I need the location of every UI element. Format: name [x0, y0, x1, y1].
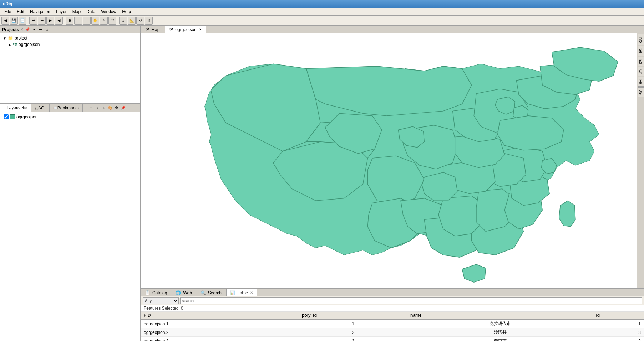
menu-layer[interactable]: Layer — [53, 9, 70, 15]
menu-bar: File Edit Navigation Layer Map Data Wind… — [0, 8, 644, 16]
cell-poly-id: 2 — [299, 328, 407, 337]
table-icon: 📊 — [230, 290, 235, 295]
projects-header-icons: 📌 ▼ — □ — [25, 27, 50, 32]
sidebar-ed-btn[interactable]: Ed — [638, 57, 644, 66]
projects-dropdown-btn[interactable]: ▼ — [31, 27, 37, 32]
layers-tabs-row: ☰ Layers % ✕ ⬚ AOI 📖 Bookmarks ↑ ↓ ⊕ 🎨 — [0, 104, 140, 112]
tab-bookmarks[interactable]: 📖 Bookmarks — [50, 104, 83, 112]
col-header-name[interactable]: name — [407, 312, 593, 319]
map-tab-map[interactable]: 🗺 Map — [141, 26, 164, 33]
project-folder-icon: 📁 — [8, 36, 13, 41]
data-table[interactable]: FID poly_id name id ogrgeojson.1 1 克拉玛依市… — [141, 312, 644, 341]
bottom-tab-table[interactable]: 📊 Table ✕ — [226, 289, 257, 296]
toolbar-info[interactable]: ℹ — [119, 17, 127, 25]
cell-poly-id: 1 — [299, 319, 407, 328]
project-layer-item[interactable]: ▶ 🗺 ogrgeojson — [1, 41, 139, 48]
toolbar-new[interactable]: 📄 — [19, 17, 26, 25]
toolbar-zoom-out[interactable]: - — [83, 17, 91, 25]
project-expand-icon[interactable]: ▼ — [3, 36, 6, 40]
toolbar-back2[interactable]: ◀ — [55, 17, 63, 25]
table-row[interactable]: ogrgeojson.1 1 克拉玛依市 1 — [141, 319, 644, 328]
tab-aoi[interactable]: ⬚ AOI — [31, 104, 50, 112]
bottom-toolbar: Any — [141, 296, 644, 305]
menu-edit[interactable]: Edit — [14, 9, 27, 15]
toolbar-redo[interactable]: ↪ — [38, 17, 46, 25]
cell-name: 克拉玛依市 — [407, 319, 593, 328]
table-header-row: FID poly_id name id — [141, 312, 644, 319]
bottom-tab-catalog-label: Catalog — [152, 290, 167, 295]
tab-layers-close[interactable]: ✕ — [25, 106, 27, 110]
menu-file[interactable]: File — [1, 9, 14, 15]
map-container: 🔍 Zoom 1:297 Generi...ian 2D Info Se Ed … — [141, 33, 644, 341]
projects-maximize-btn[interactable]: □ — [44, 27, 50, 32]
toolbar-zoom-box[interactable]: ⬚ — [108, 17, 116, 25]
table-row[interactable]: ogrgeojson.3 3 奎屯市 2 — [141, 337, 644, 341]
cell-poly-id: 3 — [299, 337, 407, 341]
bottom-tab-table-close[interactable]: ✕ — [250, 291, 253, 295]
col-header-fid[interactable]: FID — [141, 312, 299, 319]
toolbar-forward[interactable]: ▶ — [46, 17, 54, 25]
cell-id: 2 — [593, 337, 644, 341]
toolbar-select[interactable]: ↖ — [100, 17, 108, 25]
sidebar-info-btn[interactable]: Info — [638, 34, 644, 45]
cell-name: 奎屯市 — [407, 337, 593, 341]
tab-aoi-icon: ⬚ — [35, 106, 38, 110]
toolbar-back[interactable]: ◀ — [1, 17, 9, 25]
projects-minimize-btn[interactable]: — — [37, 27, 43, 32]
map-and-sidebar: 🔍 Zoom 1:297 Generi...ian 2D Info Se Ed … — [141, 33, 644, 288]
toolbar-measure[interactable]: 📐 — [128, 17, 136, 25]
bottom-tabs: 📋 Catalog 🌐 Web 🔍 Search 📊 Table ✕ — [141, 289, 644, 296]
layers-maximize-btn[interactable]: □ — [133, 105, 139, 111]
toolbar-pan[interactable]: ✋ — [91, 17, 99, 25]
projects-pin-btn[interactable]: 📌 — [25, 27, 30, 32]
layer-expand-icon[interactable]: ▶ — [9, 43, 11, 47]
sidebar-fe-btn[interactable]: Fe — [638, 77, 644, 87]
layer-list-item[interactable]: ogrgeojson — [1, 113, 139, 120]
layers-pin-btn[interactable]: 📌 — [120, 105, 126, 111]
menu-window[interactable]: Window — [98, 9, 119, 15]
bottom-tab-web[interactable]: 🌐 Web — [172, 289, 196, 296]
toolbar-zoom-extent[interactable]: ⊕ — [66, 17, 73, 25]
sidebar-cr-btn[interactable]: Cr — [638, 67, 644, 76]
menu-navigation[interactable]: Navigation — [27, 9, 53, 15]
map-tab-ogrgeojson[interactable]: 🗺 ogrgeojson ✕ — [165, 26, 206, 33]
menu-map[interactable]: Map — [70, 9, 83, 15]
toolbar-undo[interactable]: ↩ — [29, 17, 37, 25]
tab-aoi-label: AOI — [38, 105, 46, 110]
toolbar-save[interactable]: 💾 — [10, 17, 18, 25]
project-label: project — [15, 36, 27, 41]
col-header-poly-id[interactable]: poly_id — [299, 312, 407, 319]
sidebar-se-btn[interactable]: Se — [638, 46, 644, 56]
map-tab-ogr-close[interactable]: ✕ — [199, 27, 202, 31]
menu-data[interactable]: Data — [83, 9, 98, 15]
cell-fid: ogrgeojson.1 — [141, 319, 299, 328]
map-area[interactable]: 🔍 Zoom 1:297 Generi...ian 2D — [141, 33, 637, 288]
map-svg — [141, 33, 637, 288]
layers-delete-btn[interactable]: 🗑 — [114, 105, 120, 111]
projects-panel: Projects ✕ 📌 ▼ — □ ▼ 📁 project ▶ 🗺 — [0, 26, 140, 104]
bottom-panel: 📋 Catalog 🌐 Web 🔍 Search 📊 Table ✕ — [141, 288, 644, 341]
cell-id: 1 — [593, 319, 644, 328]
layers-style-btn[interactable]: 🎨 — [107, 105, 113, 111]
search-input[interactable] — [180, 297, 642, 304]
layers-down-btn[interactable]: ↓ — [95, 105, 100, 111]
tab-layers[interactable]: ☰ Layers % ✕ — [0, 104, 31, 112]
layers-panel: ☰ Layers % ✕ ⬚ AOI 📖 Bookmarks ↑ ↓ ⊕ 🎨 — [0, 104, 140, 341]
toolbar-print[interactable]: 🖨 — [145, 17, 153, 25]
table-row[interactable]: ogrgeojson.2 2 沙湾县 3 — [141, 328, 644, 337]
project-layer-label: ogrgeojson — [19, 42, 40, 47]
col-header-id[interactable]: id — [593, 312, 644, 319]
toolbar-refresh[interactable]: ↺ — [136, 17, 144, 25]
layers-minimize-btn[interactable]: — — [127, 105, 132, 111]
toolbar-zoom-in[interactable]: + — [74, 17, 82, 25]
bottom-tab-search[interactable]: 🔍 Search — [197, 289, 225, 296]
menu-help[interactable]: Help — [119, 9, 134, 15]
sidebar-jg-btn[interactable]: JG — [638, 87, 644, 97]
filter-select[interactable]: Any — [143, 297, 179, 304]
left-panel: Projects ✕ 📌 ▼ — □ ▼ 📁 project ▶ 🗺 — [0, 26, 141, 341]
layers-up-btn[interactable]: ↑ — [88, 105, 94, 111]
project-item[interactable]: ▼ 📁 project — [1, 35, 139, 41]
layers-zoom-btn[interactable]: ⊕ — [101, 105, 107, 111]
bottom-tab-catalog[interactable]: 📋 Catalog — [141, 289, 171, 296]
layer-visibility-checkbox[interactable] — [4, 114, 9, 119]
